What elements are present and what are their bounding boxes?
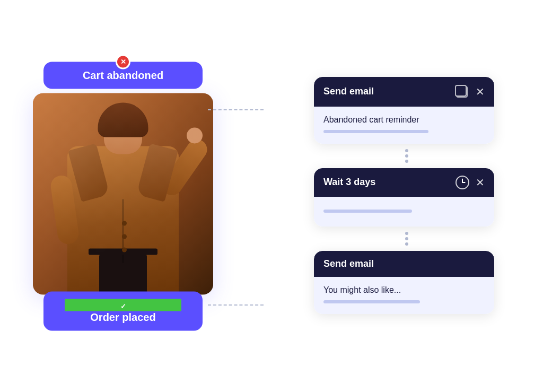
cart-abandoned-trigger[interactable]: ✕ Cart abandoned [43, 62, 203, 89]
send-email-card-1: Send email ✕ Abandoned cart reminder [314, 77, 494, 144]
order-placed-trigger[interactable]: ✓ Order placed [43, 291, 203, 330]
send-email-1-body: Abandoned cart reminder [314, 107, 494, 144]
wait-3-days-body [314, 197, 494, 227]
left-column: ✕ Cart abandoned [33, 62, 213, 330]
order-placed-label: Order placed [90, 311, 155, 323]
send-email-1-actions: ✕ [454, 84, 485, 99]
send-email-2-text: You might also like... [323, 285, 485, 295]
cart-abandoned-label: Cart abandoned [83, 69, 163, 81]
dot [405, 242, 408, 246]
send-email-1-title: Send email [323, 86, 374, 97]
dot [405, 149, 408, 152]
clock-icon [456, 176, 469, 189]
v-connector-1 [405, 144, 408, 168]
product-image [33, 93, 213, 294]
right-column: Send email ✕ Abandoned cart reminder [314, 77, 500, 314]
copy-icon[interactable] [454, 84, 469, 99]
error-icon: ✕ [116, 54, 130, 69]
close-icon-2[interactable]: ✕ [476, 177, 485, 188]
send-email-2-title: Send email [323, 258, 374, 269]
h-connector-top [208, 109, 264, 110]
send-email-1-text: Abandoned cart reminder [323, 115, 485, 125]
dot [405, 232, 408, 235]
success-icon: ✓ [65, 299, 181, 311]
send-email-2-bar [323, 300, 420, 303]
send-email-2-body: You might also like... [314, 277, 494, 314]
wait-3-days-bar [323, 210, 412, 213]
send-email-card-1-header: Send email ✕ [314, 77, 494, 107]
dot [405, 160, 408, 163]
dot [405, 237, 408, 240]
h-connector-bottom [208, 304, 264, 306]
v-connector-2 [405, 227, 408, 251]
wait-3-days-header: Wait 3 days ✕ [314, 168, 494, 197]
send-email-card-2: Send email You might also like... [314, 251, 494, 314]
automation-workflow: ✕ Cart abandoned [33, 16, 510, 377]
send-email-card-2-header: Send email [314, 251, 494, 277]
send-email-1-bar [323, 130, 428, 133]
dot [405, 154, 408, 158]
wait-3-days-title: Wait 3 days [323, 177, 375, 188]
wait-3-days-actions: ✕ [456, 176, 485, 189]
wait-3-days-card: Wait 3 days ✕ [314, 168, 494, 227]
close-icon-1[interactable]: ✕ [476, 86, 485, 97]
